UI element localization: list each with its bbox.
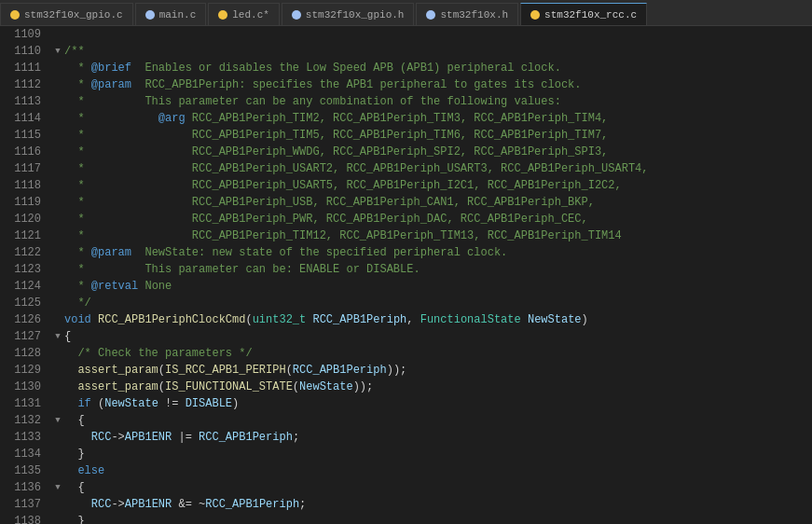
tab-file-icon [145,10,155,20]
code-line [52,26,812,43]
tab-stm32f10x_h[interactable]: stm32f10x.h [416,3,518,25]
code-line: * @param RCC_APB1Periph: specifies the A… [52,76,812,93]
line-number: 1129 [0,362,41,379]
line-numbers: 1109111011111112111311141115111611171118… [0,26,48,524]
code-text: * RCC_APB1Periph_WWDG, RCC_APB1Periph_SP… [64,144,608,160]
code-line: * RCC_APB1Periph_USART5, RCC_APB1Periph_… [52,177,812,194]
code-text: * @param NewState: new state of the spec… [64,244,507,261]
code-line: * @brief Enables or disables the Low Spe… [52,60,812,76]
code-content[interactable]: ▼/** * @brief Enables or disables the Lo… [48,26,812,524]
code-line: * RCC_APB1Periph_USART2, RCC_APB1Periph_… [52,160,812,177]
line-number: 1132 [0,412,41,429]
code-text: * @retval None [64,278,172,295]
line-number: 1111 [0,60,41,76]
code-text: * @param RCC_APB1Periph: specifies the A… [64,76,582,93]
code-line: * RCC_APB1Periph_USB, RCC_APB1Periph_CAN… [52,194,812,211]
tab-label: led.c* [232,9,269,21]
line-number: 1116 [0,144,41,160]
editor-container: stm32f10x_gpio.cmain.cled.c*stm32f10x_gp… [0,0,812,524]
line-number: 1122 [0,244,41,261]
code-text: RCC->APB1ENR &= ~RCC_APB1Periph; [64,496,306,513]
code-line: RCC->APB1ENR &= ~RCC_APB1Periph; [52,496,812,513]
line-number: 1137 [0,496,41,513]
code-text: * RCC_APB1Periph_TIM5, RCC_APB1Periph_TI… [64,127,608,144]
line-number: 1117 [0,160,41,177]
code-text: * @brief Enables or disables the Low Spe… [64,60,561,76]
tab-file-icon [426,10,435,20]
code-text: * RCC_APB1Periph_USART2, RCC_APB1Periph_… [64,160,649,177]
line-number: 1138 [0,513,41,524]
code-text: /* Check the parameters */ [64,345,253,362]
line-number: 1135 [0,462,41,479]
tab-file-icon [530,10,540,20]
tab-label: stm32f10x.h [440,9,508,21]
line-number: 1126 [0,311,41,328]
tab-file-icon [10,10,20,20]
code-text: * RCC_APB1Periph_USB, RCC_APB1Periph_CAN… [64,194,595,211]
fold-icon[interactable]: ▼ [52,331,63,342]
tab-main_c[interactable]: main.c [135,3,207,25]
line-number: 1124 [0,278,41,295]
code-line: ▼ { [52,412,812,429]
code-text: assert_param(IS_RCC_APB1_PERIPH(RCC_APB1… [64,362,406,379]
code-line: * RCC_APB1Periph_TIM5, RCC_APB1Periph_TI… [52,127,812,144]
code-line: /* Check the parameters */ [52,345,812,362]
code-text: assert_param(IS_FUNCTIONAL_STATE(NewStat… [64,379,373,395]
code-line: * RCC_APB1Periph_PWR, RCC_APB1Periph_DAC… [52,211,812,228]
code-line: else [52,462,812,479]
tab-label: stm32f10x_gpio.h [306,9,405,21]
tab-file-icon [292,10,301,20]
tab-bar: stm32f10x_gpio.cmain.cled.c*stm32f10x_gp… [0,0,812,26]
code-line: ▼/** [52,43,812,60]
code-text: /** [64,43,85,60]
code-line: void RCC_APB1PeriphClockCmd(uint32_t RCC… [52,311,812,328]
code-text: * RCC_APB1Periph_TIM12, RCC_APB1Periph_T… [64,228,622,244]
line-number: 1121 [0,228,41,244]
line-number: 1114 [0,110,41,127]
code-line: */ [52,295,812,311]
code-text: } [64,446,85,462]
code-line: * RCC_APB1Periph_TIM12, RCC_APB1Periph_T… [52,228,812,244]
code-line: * This parameter can be: ENABLE or DISAB… [52,261,812,278]
code-text: * This parameter can be: ENABLE or DISAB… [64,261,420,278]
line-number: 1112 [0,76,41,93]
tab-stm32f10x_gpio_h[interactable]: stm32f10x_gpio.h [282,3,415,25]
code-text: void RCC_APB1PeriphClockCmd(uint32_t RCC… [64,311,588,328]
code-text: else [64,462,104,479]
code-line: if (NewState != DISABLE) [52,395,812,412]
code-line: * @retval None [52,278,812,295]
code-text: { [64,328,71,345]
code-line: * RCC_APB1Periph_WWDG, RCC_APB1Periph_SP… [52,144,812,160]
line-number: 1123 [0,261,41,278]
code-text: * RCC_APB1Periph_PWR, RCC_APB1Periph_DAC… [64,211,588,228]
line-number: 1119 [0,194,41,211]
code-line: assert_param(IS_RCC_APB1_PERIPH(RCC_APB1… [52,362,812,379]
code-line: ▼ { [52,479,812,496]
code-text: { [64,479,85,496]
code-text: if (NewState != DISABLE) [64,395,239,412]
code-line: assert_param(IS_FUNCTIONAL_STATE(NewStat… [52,379,812,395]
line-number: 1127 [0,328,41,345]
line-number: 1125 [0,295,41,311]
code-text: * @arg RCC_APB1Periph_TIM2, RCC_APB1Peri… [64,110,608,127]
tab-label: stm32f10x_gpio.c [24,9,123,21]
editor-area: 1109111011111112111311141115111611171118… [0,26,812,524]
tab-stm32f10x_gpio_c[interactable]: stm32f10x_gpio.c [0,3,133,25]
fold-icon[interactable]: ▼ [52,415,63,426]
line-number: 1130 [0,379,41,395]
tab-led_c[interactable]: led.c* [208,3,280,25]
fold-icon[interactable]: ▼ [52,482,63,493]
tab-label: main.c [159,9,197,21]
line-number: 1131 [0,395,41,412]
tab-stm32f10x_rcc_c[interactable]: stm32f10x_rcc.c [520,3,647,25]
code-line: * This parameter can be any combination … [52,93,812,110]
line-number: 1118 [0,177,41,194]
tab-file-icon [218,10,227,20]
code-line: } [52,513,812,524]
code-text: RCC->APB1ENR |= RCC_APB1Periph; [64,429,299,446]
fold-icon[interactable]: ▼ [52,46,63,57]
code-line: RCC->APB1ENR |= RCC_APB1Periph; [52,429,812,446]
code-line: ▼{ [52,328,812,345]
code-line: * @param NewState: new state of the spec… [52,244,812,261]
code-text: } [64,513,85,524]
